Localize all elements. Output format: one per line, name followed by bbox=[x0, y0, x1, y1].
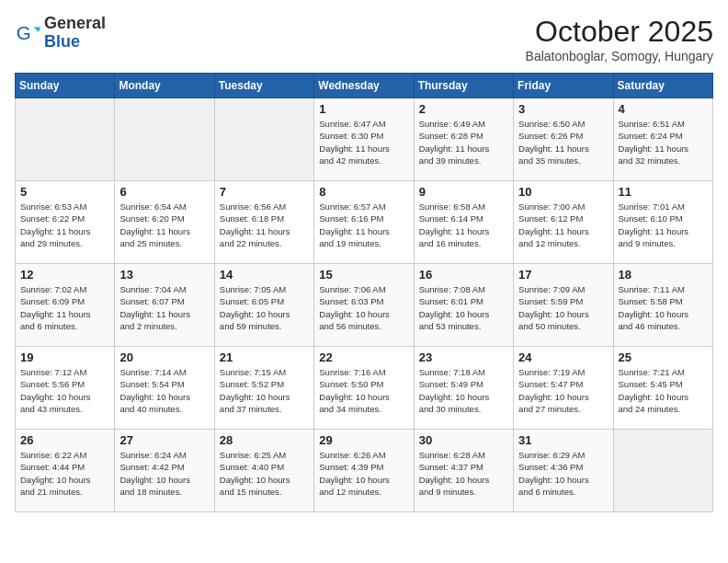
calendar-cell: 22Sunrise: 7:16 AM Sunset: 5:50 PM Dayli… bbox=[314, 347, 414, 430]
calendar-cell: 24Sunrise: 7:19 AM Sunset: 5:47 PM Dayli… bbox=[514, 347, 613, 430]
calendar-cell: 8Sunrise: 6:57 AM Sunset: 6:16 PM Daylig… bbox=[314, 181, 414, 264]
day-number: 3 bbox=[518, 102, 608, 116]
calendar-cell: 15Sunrise: 7:06 AM Sunset: 6:03 PM Dayli… bbox=[314, 264, 414, 347]
logo-icon: G bbox=[15, 20, 40, 46]
day-number: 22 bbox=[319, 350, 408, 364]
calendar-cell bbox=[16, 98, 115, 181]
calendar-cell: 27Sunrise: 6:24 AM Sunset: 4:42 PM Dayli… bbox=[115, 430, 214, 512]
day-number: 29 bbox=[319, 433, 408, 447]
day-number: 17 bbox=[518, 268, 608, 282]
header-sunday: Sunday bbox=[16, 74, 115, 98]
calendar-cell: 25Sunrise: 7:21 AM Sunset: 5:45 PM Dayli… bbox=[613, 347, 712, 430]
calendar-cell: 19Sunrise: 7:12 AM Sunset: 5:56 PM Dayli… bbox=[16, 347, 115, 430]
day-info: Sunrise: 7:15 AM Sunset: 5:52 PM Dayligh… bbox=[220, 366, 309, 415]
day-info: Sunrise: 7:19 AM Sunset: 5:47 PM Dayligh… bbox=[518, 366, 608, 415]
calendar-cell: 21Sunrise: 7:15 AM Sunset: 5:52 PM Dayli… bbox=[214, 347, 313, 430]
calendar-cell: 29Sunrise: 6:26 AM Sunset: 4:39 PM Dayli… bbox=[314, 430, 414, 512]
calendar-cell bbox=[115, 98, 214, 181]
calendar-cell: 6Sunrise: 6:54 AM Sunset: 6:20 PM Daylig… bbox=[115, 181, 214, 264]
calendar-week-row: 19Sunrise: 7:12 AM Sunset: 5:56 PM Dayli… bbox=[16, 347, 713, 430]
calendar-header-row: SundayMondayTuesdayWednesdayThursdayFrid… bbox=[16, 74, 713, 98]
calendar-cell bbox=[214, 98, 313, 181]
day-info: Sunrise: 7:16 AM Sunset: 5:50 PM Dayligh… bbox=[319, 366, 408, 415]
day-info: Sunrise: 7:18 AM Sunset: 5:49 PM Dayligh… bbox=[419, 366, 508, 415]
day-number: 8 bbox=[319, 185, 408, 199]
calendar-week-row: 26Sunrise: 6:22 AM Sunset: 4:44 PM Dayli… bbox=[16, 430, 713, 512]
day-number: 1 bbox=[319, 102, 408, 116]
day-info: Sunrise: 7:11 AM Sunset: 5:58 PM Dayligh… bbox=[619, 283, 708, 332]
calendar-cell: 28Sunrise: 6:25 AM Sunset: 4:40 PM Dayli… bbox=[214, 430, 313, 512]
month-title: October 2025 bbox=[526, 15, 713, 49]
day-number: 26 bbox=[20, 433, 109, 447]
day-number: 10 bbox=[518, 185, 608, 199]
day-info: Sunrise: 7:09 AM Sunset: 5:59 PM Dayligh… bbox=[518, 283, 608, 332]
day-info: Sunrise: 6:26 AM Sunset: 4:39 PM Dayligh… bbox=[319, 449, 408, 498]
day-info: Sunrise: 7:05 AM Sunset: 6:05 PM Dayligh… bbox=[220, 283, 309, 332]
day-info: Sunrise: 7:04 AM Sunset: 6:07 PM Dayligh… bbox=[119, 283, 209, 332]
day-number: 6 bbox=[119, 185, 209, 199]
day-number: 31 bbox=[518, 433, 608, 447]
calendar-cell: 31Sunrise: 6:29 AM Sunset: 4:36 PM Dayli… bbox=[514, 430, 613, 512]
logo-general: General bbox=[44, 15, 106, 33]
calendar-cell: 5Sunrise: 6:53 AM Sunset: 6:22 PM Daylig… bbox=[16, 181, 115, 264]
day-info: Sunrise: 7:12 AM Sunset: 5:56 PM Dayligh… bbox=[20, 366, 109, 415]
day-info: Sunrise: 6:51 AM Sunset: 6:24 PM Dayligh… bbox=[619, 118, 708, 167]
logo-text: General Blue bbox=[44, 15, 106, 52]
calendar-cell: 17Sunrise: 7:09 AM Sunset: 5:59 PM Dayli… bbox=[514, 264, 613, 347]
day-number: 16 bbox=[419, 268, 508, 282]
header-wednesday: Wednesday bbox=[314, 74, 414, 98]
svg-text:G: G bbox=[17, 21, 31, 42]
calendar-cell: 1Sunrise: 6:47 AM Sunset: 6:30 PM Daylig… bbox=[314, 98, 414, 181]
calendar-cell: 26Sunrise: 6:22 AM Sunset: 4:44 PM Dayli… bbox=[16, 430, 115, 512]
calendar-cell: 13Sunrise: 7:04 AM Sunset: 6:07 PM Dayli… bbox=[115, 264, 214, 347]
calendar-cell: 16Sunrise: 7:08 AM Sunset: 6:01 PM Dayli… bbox=[414, 264, 513, 347]
calendar-cell: 23Sunrise: 7:18 AM Sunset: 5:49 PM Dayli… bbox=[414, 347, 513, 430]
calendar-cell: 10Sunrise: 7:00 AM Sunset: 6:12 PM Dayli… bbox=[514, 181, 613, 264]
day-info: Sunrise: 7:02 AM Sunset: 6:09 PM Dayligh… bbox=[20, 283, 109, 332]
day-info: Sunrise: 6:22 AM Sunset: 4:44 PM Dayligh… bbox=[20, 449, 109, 498]
day-info: Sunrise: 6:49 AM Sunset: 6:28 PM Dayligh… bbox=[419, 118, 508, 167]
day-number: 11 bbox=[619, 185, 708, 199]
day-info: Sunrise: 7:08 AM Sunset: 6:01 PM Dayligh… bbox=[419, 283, 508, 332]
calendar-cell: 30Sunrise: 6:28 AM Sunset: 4:37 PM Dayli… bbox=[414, 430, 513, 512]
calendar-cell: 18Sunrise: 7:11 AM Sunset: 5:58 PM Dayli… bbox=[613, 264, 712, 347]
header-thursday: Thursday bbox=[414, 74, 513, 98]
day-info: Sunrise: 7:00 AM Sunset: 6:12 PM Dayligh… bbox=[518, 201, 608, 249]
day-number: 30 bbox=[419, 433, 508, 447]
calendar-week-row: 1Sunrise: 6:47 AM Sunset: 6:30 PM Daylig… bbox=[16, 98, 713, 181]
header-tuesday: Tuesday bbox=[214, 74, 313, 98]
day-number: 5 bbox=[20, 185, 109, 199]
calendar-cell: 9Sunrise: 6:58 AM Sunset: 6:14 PM Daylig… bbox=[414, 181, 513, 264]
day-info: Sunrise: 6:50 AM Sunset: 6:26 PM Dayligh… bbox=[518, 118, 608, 167]
day-info: Sunrise: 6:53 AM Sunset: 6:22 PM Dayligh… bbox=[20, 201, 109, 249]
day-info: Sunrise: 6:25 AM Sunset: 4:40 PM Dayligh… bbox=[220, 449, 309, 498]
day-number: 20 bbox=[119, 350, 209, 364]
calendar-week-row: 5Sunrise: 6:53 AM Sunset: 6:22 PM Daylig… bbox=[16, 181, 713, 264]
calendar-cell: 4Sunrise: 6:51 AM Sunset: 6:24 PM Daylig… bbox=[613, 98, 712, 181]
day-info: Sunrise: 6:29 AM Sunset: 4:36 PM Dayligh… bbox=[518, 449, 608, 498]
day-number: 28 bbox=[220, 433, 309, 447]
calendar-cell: 2Sunrise: 6:49 AM Sunset: 6:28 PM Daylig… bbox=[414, 98, 513, 181]
calendar-week-row: 12Sunrise: 7:02 AM Sunset: 6:09 PM Dayli… bbox=[16, 264, 713, 347]
day-number: 21 bbox=[220, 350, 309, 364]
day-number: 19 bbox=[20, 350, 109, 364]
day-number: 2 bbox=[419, 102, 508, 116]
calendar-cell: 3Sunrise: 6:50 AM Sunset: 6:26 PM Daylig… bbox=[514, 98, 613, 181]
day-number: 14 bbox=[220, 268, 309, 282]
calendar-cell: 14Sunrise: 7:05 AM Sunset: 6:05 PM Dayli… bbox=[214, 264, 313, 347]
day-number: 23 bbox=[419, 350, 508, 364]
day-number: 25 bbox=[619, 350, 708, 364]
calendar-cell: 12Sunrise: 7:02 AM Sunset: 6:09 PM Dayli… bbox=[16, 264, 115, 347]
title-block: October 2025 Balatonboglar, Somogy, Hung… bbox=[526, 15, 713, 63]
day-number: 24 bbox=[518, 350, 608, 364]
page-header: G General Blue October 2025 Balatonbogla… bbox=[15, 15, 713, 63]
logo-blue: Blue bbox=[44, 33, 106, 52]
day-number: 27 bbox=[119, 433, 209, 447]
day-info: Sunrise: 6:56 AM Sunset: 6:18 PM Dayligh… bbox=[220, 201, 309, 249]
day-number: 15 bbox=[319, 268, 408, 282]
day-number: 13 bbox=[119, 268, 209, 282]
day-number: 12 bbox=[20, 268, 109, 282]
calendar-cell bbox=[613, 430, 712, 512]
svg-marker-1 bbox=[34, 27, 40, 32]
day-info: Sunrise: 6:28 AM Sunset: 4:37 PM Dayligh… bbox=[419, 449, 508, 498]
